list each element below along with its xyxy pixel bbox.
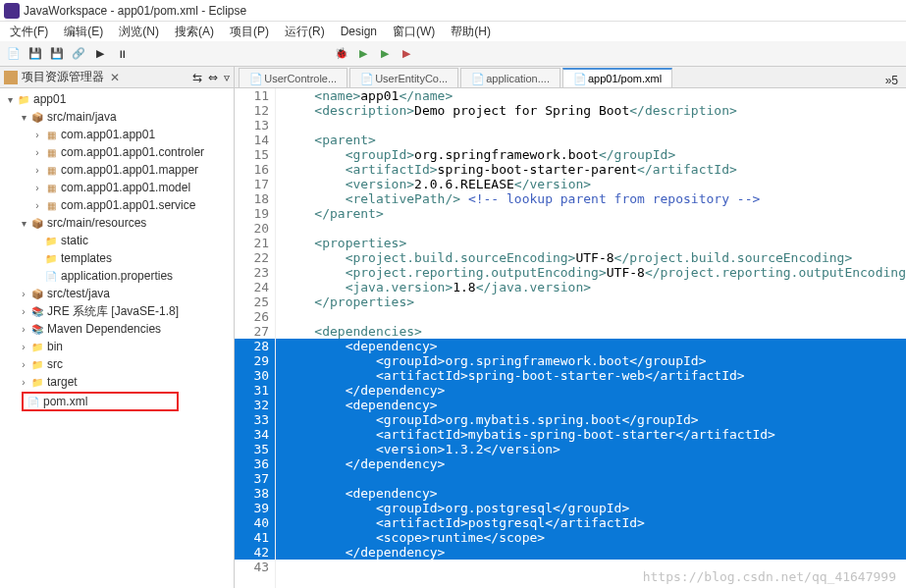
package-icon: ▦ [43,198,59,212]
menu-item[interactable]: 浏览(N) [113,23,165,41]
menu-item[interactable]: 编辑(E) [58,23,109,41]
tree-label: src/test/java [47,287,110,300]
twisty-icon[interactable]: › [18,342,29,352]
editor-tab[interactable]: 📄UserEntityCo... [349,68,458,87]
twisty-icon[interactable]: › [18,377,29,388]
twisty-icon[interactable]: › [18,359,29,370]
tree-node[interactable]: ›▦com.app01.app01.mapper [0,161,234,179]
menu-item[interactable]: Design [335,24,383,39]
highlighted-pom[interactable]: 📄pom.xml [22,392,179,411]
tree-label: static [61,234,88,247]
tree-node[interactable]: ›📚JRE 系统库 [JavaSE-1.8] [0,302,234,320]
folder-icon: 📁 [29,375,45,389]
tree-node[interactable]: ▾📦src/main/java [0,108,234,126]
folder-icon: 📚 [29,304,45,318]
toggle-icon[interactable]: 🔗 [69,44,88,64]
tree-node[interactable]: ›▦com.app01.app01.model [0,179,234,196]
tree-node[interactable]: ▾📁app01 [0,90,234,108]
code-lines[interactable]: <name>app01</name> <description>Demo pro… [276,88,906,588]
twisty-icon[interactable]: ▾ [18,112,29,123]
ext-icon[interactable]: ▶ [397,44,416,64]
tree-label: app01 [33,92,66,106]
folder-icon: 📁 [43,251,59,265]
tree-node[interactable]: 📄application.properties [0,267,234,285]
close-panel-icon[interactable]: ✕ [110,71,120,84]
editor-tabs: 📄UserControle...📄UserEntityCo...📄applica… [235,67,906,88]
run2-icon[interactable]: ▶ [375,44,395,64]
menubar: 文件(F)编辑(E)浏览(N)搜索(A)项目(P)运行(R)Design窗口(W… [0,22,906,41]
menu-item[interactable]: 运行(R) [279,23,331,41]
debug-icon[interactable]: 🐞 [332,44,351,64]
tree-label: bin [47,340,63,353]
tree-node[interactable]: ›▦com.app01.app01.controler [0,143,234,161]
pause-icon[interactable]: ⏸ [112,44,132,64]
tree-node[interactable]: ›▦com.app01.app01 [0,126,234,143]
filter-icon[interactable]: ▿ [224,71,230,84]
tree-label: src [47,357,63,371]
twisty-icon[interactable]: › [31,200,43,211]
file-icon: 📄 [573,73,585,84]
file-icon: 📄 [249,73,261,84]
twisty-icon[interactable]: › [31,130,43,140]
tab-label: application.... [486,73,550,84]
twisty-icon[interactable]: ▾ [18,218,29,229]
tree-label: templates [61,251,112,265]
twisty-icon[interactable]: › [31,183,43,193]
run-icon[interactable]: ▶ [90,44,110,64]
twisty-icon[interactable]: › [18,324,29,335]
srcfolder-icon: 📦 [29,110,45,124]
tree-label: com.app01.app01.mapper [61,163,198,177]
play-icon[interactable]: ▶ [353,44,373,64]
link-icon[interactable]: ⇔ [208,71,218,84]
tree-label: JRE 系统库 [JavaSE-1.8] [47,303,179,320]
menu-item[interactable]: 窗口(W) [387,23,441,41]
toolbar: 📄 💾 💾 🔗 ▶ ⏸ 🐞 ▶ ▶ ▶ [0,41,906,67]
more-tabs[interactable]: »5 [878,74,906,87]
tree-label: target [47,375,78,389]
menu-item[interactable]: 帮助(H) [445,23,497,41]
tree-node[interactable]: ›📁target [0,373,234,391]
code-area[interactable]: 1112131415161718192021222324252627282930… [235,88,906,588]
package-icon: ▦ [43,181,59,194]
menu-item[interactable]: 搜索(A) [169,23,220,41]
project-explorer: 项目资源管理器 ✕ ⇆ ⇔ ▿ ▾📁app01▾📦src/main/java›▦… [0,67,235,588]
twisty-icon[interactable]: › [18,306,29,317]
new-icon[interactable]: 📄 [4,44,24,64]
editor: 📄UserControle...📄UserEntityCo...📄applica… [235,67,906,588]
save-all-icon[interactable]: 💾 [47,44,67,64]
collapse-all-icon[interactable]: ⇆ [192,71,202,84]
window-title: JavaWorkspace - app01/pom.xml - Eclipse [24,4,246,18]
panel-title: 项目资源管理器 [22,69,104,85]
twisty-icon[interactable]: ▾ [4,94,16,105]
folder-icon: 📁 [29,340,45,353]
tree-node[interactable]: ›📁bin [0,338,234,355]
editor-tab[interactable]: 📄application.... [460,68,560,87]
tree-node[interactable]: 📁static [0,232,234,249]
menu-item[interactable]: 项目(P) [224,23,275,41]
twisty-icon[interactable]: › [18,289,29,299]
save-icon[interactable]: 💾 [26,44,45,64]
twisty-icon[interactable]: › [31,165,43,176]
folder-icon: 📁 [29,357,45,371]
tree[interactable]: ▾📁app01▾📦src/main/java›▦com.app01.app01›… [0,88,234,588]
editor-tab[interactable]: 📄UserControle... [239,68,347,87]
tree-label: com.app01.app01.model [61,181,190,194]
tab-label: UserEntityCo... [375,73,448,84]
tree-node[interactable]: ›📚Maven Dependencies [0,320,234,338]
tree-node[interactable]: ▾📦src/main/resources [0,214,234,232]
package-icon: ▦ [43,128,59,141]
titlebar: JavaWorkspace - app01/pom.xml - Eclipse [0,0,906,22]
editor-tab[interactable]: 📄app01/pom.xml [562,68,672,87]
tree-node[interactable]: ›📦src/test/java [0,285,234,302]
twisty-icon[interactable]: › [31,147,43,158]
tree-node[interactable]: ›📁src [0,355,234,373]
folder-icon: 📁 [16,92,31,106]
panel-header: 项目资源管理器 ✕ ⇆ ⇔ ▿ [0,67,234,88]
tree-node[interactable]: 📁templates [0,249,234,267]
menu-item[interactable]: 文件(F) [4,23,54,41]
srcfolder-icon: 📦 [29,287,45,300]
tree-node[interactable]: ›▦com.app01.app01.service [0,196,234,214]
file-icon: 📄 [471,73,483,84]
tree-label: com.app01.app01.service [61,198,195,212]
tree-label: src/main/java [47,110,117,124]
